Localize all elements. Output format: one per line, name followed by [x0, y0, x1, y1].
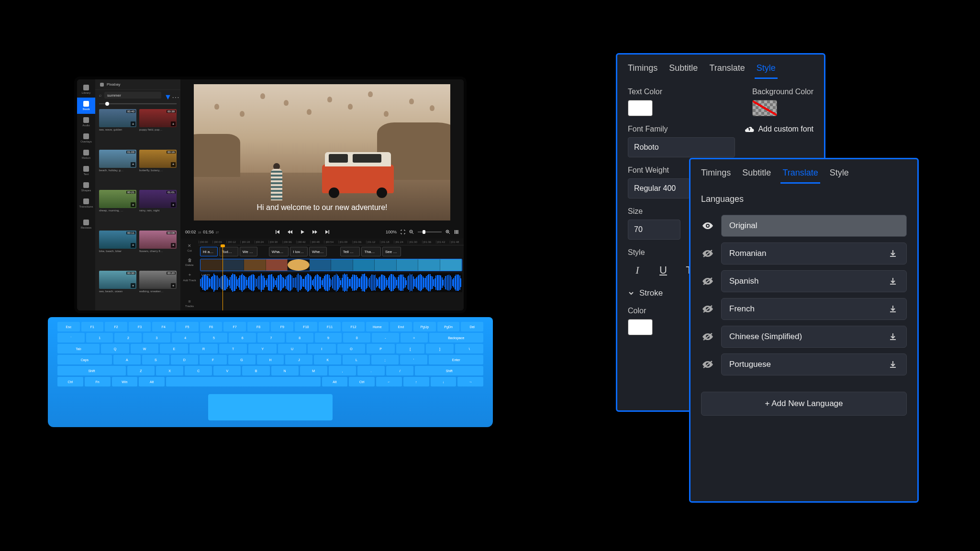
italic-button[interactable]: I — [628, 261, 647, 280]
font-size-input[interactable]: 70 — [628, 220, 680, 240]
stock-card[interactable]: 00:16+butterfly, botany,… — [139, 150, 177, 187]
more-icon[interactable]: ⋯ — [172, 93, 177, 98]
zoom-out-icon[interactable] — [409, 230, 414, 234]
columns-icon[interactable] — [454, 230, 459, 234]
subtitle-clip[interactable]: See … — [382, 247, 401, 256]
video-preview[interactable]: Hi and welcome to our new adventure! — [194, 84, 450, 220]
skip-end-icon[interactable] — [325, 230, 330, 234]
eye-off-icon[interactable] — [701, 330, 714, 343]
add-icon[interactable]: + — [131, 202, 135, 207]
timeline-tracks[interactable]: Hi a…Tod…We …Wha…I lov…Whe…Tell …Tha…See… — [199, 245, 464, 310]
stock-card[interactable]: 00:40+sea, wave, golden — [99, 109, 136, 147]
sidebar-item-motion[interactable]: Motion — [77, 146, 95, 163]
add-track-button[interactable]: ＋Add Track — [180, 269, 199, 284]
language-chip[interactable]: Romanian — [721, 242, 907, 264]
tab-style[interactable]: Style — [757, 61, 776, 79]
language-chip[interactable]: Original — [721, 215, 907, 237]
font-family-select[interactable]: Roboto — [628, 137, 735, 157]
fullscreen-icon[interactable] — [401, 230, 405, 234]
tab-subtitle[interactable]: Subtitle — [742, 166, 771, 184]
tab-translate[interactable]: Translate — [782, 166, 818, 184]
sidebar-item-stock[interactable]: Stock — [77, 98, 95, 114]
library-source-dropdown[interactable]: Pixabay — [95, 79, 180, 90]
download-icon[interactable] — [887, 331, 899, 342]
download-icon[interactable] — [887, 359, 899, 370]
tab-subtitle[interactable]: Subtitle — [669, 61, 698, 79]
forward-icon[interactable] — [312, 230, 317, 234]
stock-card[interactable]: 00:08+flowers, cherry fl… — [139, 231, 177, 268]
audio-icon — [83, 117, 89, 123]
stock-search-input[interactable] — [104, 92, 161, 99]
sidebar-item-library[interactable]: Library — [77, 81, 95, 98]
download-icon[interactable] — [887, 276, 899, 287]
language-chip[interactable]: Spanish — [721, 270, 907, 292]
add-custom-font-button[interactable]: Add custom font — [745, 125, 813, 133]
eye-off-icon[interactable] — [701, 247, 714, 260]
eye-off-icon[interactable] — [701, 358, 714, 371]
tracks-button[interactable]: ≡Tracks — [180, 296, 199, 310]
sidebar-item-text[interactable]: Text — [77, 163, 95, 179]
sidebar-item-overlays[interactable]: Overlays — [77, 130, 95, 146]
subtitle-clip[interactable]: We … — [240, 247, 257, 256]
delete-button[interactable]: 🗑Delete — [180, 255, 199, 269]
eye-off-icon[interactable] — [701, 302, 714, 316]
subtitle-clip[interactable]: Wha… — [269, 247, 289, 256]
font-weight-select[interactable]: Regular 400 — [628, 178, 690, 198]
timeline-ruler[interactable]: |00:00|00:06|00:12|00:18|00:24|00:30|00:… — [199, 239, 464, 245]
tab-timings[interactable]: Timings — [701, 166, 731, 184]
add-icon[interactable]: + — [131, 283, 135, 288]
playhead[interactable] — [223, 245, 223, 310]
sidebar-item-transitions[interactable]: Transitions — [77, 195, 95, 211]
tab-style[interactable]: Style — [830, 166, 849, 184]
add-icon[interactable]: + — [171, 162, 176, 167]
stock-card[interactable]: 00:38+poppy field, pop… — [139, 109, 177, 147]
subtitle-clip[interactable]: Hi a… — [200, 247, 218, 256]
language-chip[interactable]: Portuguese — [721, 353, 907, 375]
eye-off-icon[interactable] — [701, 275, 714, 288]
add-icon[interactable]: + — [131, 162, 135, 167]
add-icon[interactable]: + — [131, 121, 135, 126]
stock-card[interactable]: 00:20+walking, sneaker… — [139, 271, 177, 309]
tab-translate[interactable]: Translate — [709, 61, 745, 79]
subtitle-clip[interactable]: Tell … — [340, 247, 360, 256]
zoom-in-icon[interactable] — [445, 230, 450, 234]
sidebar-item-reviews[interactable]: Reviews — [77, 216, 95, 232]
stroke-color-swatch[interactable] — [628, 319, 653, 335]
download-icon[interactable] — [887, 303, 899, 315]
sidebar-item-audio[interactable]: Audio — [77, 114, 95, 130]
cut-button[interactable]: ✕Cut — [180, 241, 199, 255]
subtitle-clip[interactable]: Tod… — [219, 247, 238, 256]
audio-track[interactable]: Luxury — [199, 272, 464, 293]
stock-card[interactable]: 01:00+beach, holiday, g… — [99, 150, 136, 187]
rewind-icon[interactable] — [288, 230, 292, 234]
add-icon[interactable]: + — [171, 121, 176, 126]
language-chip[interactable]: Chinese (Simplified) — [721, 326, 907, 348]
underline-button[interactable]: U — [654, 261, 673, 280]
eye-icon[interactable] — [701, 219, 714, 232]
add-icon[interactable]: + — [171, 243, 176, 248]
stock-card[interactable]: 01:01+rainy, rain, night — [139, 190, 177, 228]
bg-color-swatch[interactable] — [752, 100, 777, 116]
play-icon[interactable] — [300, 230, 305, 234]
subtitle-track[interactable]: Hi a…Tod…We …Wha…I lov…Whe…Tell …Tha…See… — [199, 245, 464, 258]
thumbnail-size-slider[interactable] — [95, 100, 180, 107]
stock-card[interactable]: 00:21+sheep, morning, … — [99, 190, 136, 228]
subtitle-clip[interactable]: Tha… — [361, 247, 381, 256]
add-icon[interactable]: + — [171, 202, 176, 207]
filter-icon[interactable]: ▼ — [164, 93, 169, 98]
skip-start-icon[interactable] — [275, 230, 280, 234]
add-icon[interactable]: + — [171, 283, 176, 288]
add-icon[interactable]: + — [131, 243, 135, 248]
download-icon[interactable] — [887, 248, 899, 259]
stock-card[interactable]: 00:11+bike, beach, biker — [99, 231, 136, 268]
language-chip[interactable]: French — [721, 298, 907, 320]
zoom-slider[interactable] — [418, 231, 442, 232]
add-language-button[interactable]: + Add New Language — [701, 392, 907, 416]
subtitle-clip[interactable]: I lov… — [290, 247, 308, 256]
subtitle-clip[interactable]: Whe… — [309, 247, 327, 256]
video-track[interactable] — [199, 258, 464, 272]
tab-timings[interactable]: Timings — [628, 61, 657, 79]
text-color-swatch[interactable] — [628, 100, 653, 116]
sidebar-item-shapes[interactable]: Shapes — [77, 179, 95, 195]
stock-card[interactable]: 00:30+sea, beach, ocean — [99, 271, 136, 309]
